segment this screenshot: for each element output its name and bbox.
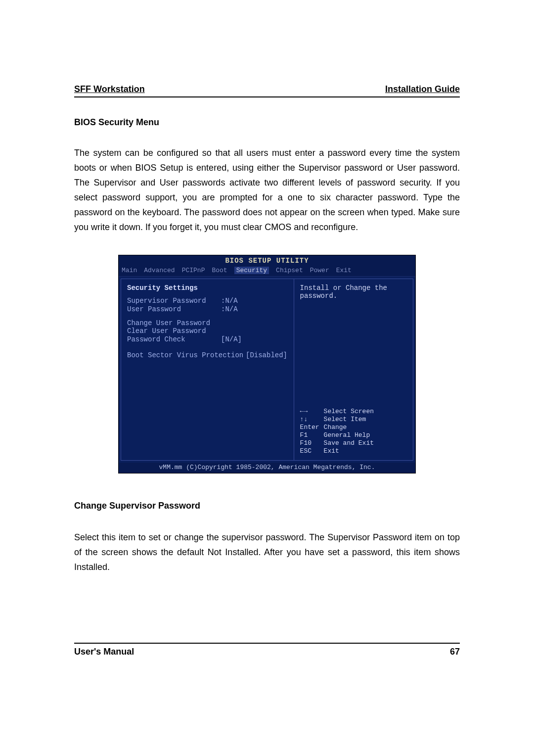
bios-row-value: :N/A [221, 305, 238, 313]
footer-left: User's Manual [74, 647, 134, 657]
bios-right-panel: Install or Change the password. ←→Select… [294, 279, 413, 461]
bios-key-row: ESCExit [300, 447, 407, 455]
bios-row-value: :N/A [221, 297, 238, 305]
bios-key-row: EnterChange [300, 424, 407, 431]
bios-link-change-user-pw[interactable]: Change User Password [127, 319, 288, 327]
bios-left-panel: Security Settings Supervisor Password :N… [121, 279, 294, 461]
body-paragraph-1: The system can be configured so that all… [74, 145, 460, 235]
body-paragraph-2: Select this item to set or change the su… [74, 530, 460, 574]
bios-key-row: ↑↓Select Item [300, 416, 407, 423]
bios-opt-password-check[interactable]: Password Check [N/A] [127, 335, 288, 343]
bios-tab-exit[interactable]: Exit [336, 267, 352, 274]
bios-tab-main[interactable]: Main [122, 267, 137, 274]
bios-tab-pcipnp[interactable]: PCIPnP [182, 267, 205, 274]
header-right: Installation Guide [385, 84, 460, 94]
bios-opt-value: [Disabled] [246, 351, 287, 359]
bios-tab-bar: Main Advanced PCIPnP Boot Security Chips… [119, 266, 415, 276]
bios-row-supervisor: Supervisor Password :N/A [127, 297, 288, 305]
bios-help-text: Install or Change the password. [300, 284, 407, 300]
page-header: SFF Workstation Installation Guide [74, 84, 460, 97]
bios-key-row: F10Save and Exit [300, 439, 407, 447]
bios-tab-power[interactable]: Power [310, 267, 329, 274]
section-title: BIOS Security Menu [74, 117, 460, 128]
bios-title: BIOS SETUP UTILITY [119, 255, 415, 266]
footer-page-number: 67 [450, 647, 460, 657]
bios-section-heading: Security Settings [127, 284, 288, 292]
bios-copyright: vMM.mm (C)Copyright 1985-2002, American … [119, 463, 415, 473]
bios-opt-boot-sector[interactable]: Boot Sector Virus Protection [Disabled] [127, 351, 288, 359]
bios-opt-label: Boot Sector Virus Protection [127, 351, 246, 359]
bios-opt-value: [N/A] [221, 335, 242, 343]
bios-row-label: User Password [127, 305, 221, 313]
bios-link-clear-user-pw[interactable]: Clear User Password [127, 327, 288, 335]
bios-tab-security[interactable]: Security [234, 267, 269, 274]
page-footer: User's Manual 67 [74, 643, 460, 657]
bios-opt-label: Password Check [127, 335, 221, 343]
bios-row-user: User Password :N/A [127, 305, 288, 313]
bios-help-keys: ←→Select Screen ↑↓Select Item EnterChang… [300, 407, 407, 455]
bios-tab-boot[interactable]: Boot [212, 267, 227, 274]
subsection-title: Change Supervisor Password [74, 501, 460, 511]
bios-tab-chipset[interactable]: Chipset [276, 267, 303, 274]
bios-key-row: ←→Select Screen [300, 408, 407, 415]
header-left: SFF Workstation [74, 84, 145, 94]
bios-screenshot: BIOS SETUP UTILITY Main Advanced PCIPnP … [119, 255, 415, 473]
bios-key-row: F1General Help [300, 431, 407, 439]
bios-tab-advanced[interactable]: Advanced [144, 267, 175, 274]
bios-row-label: Supervisor Password [127, 297, 221, 305]
